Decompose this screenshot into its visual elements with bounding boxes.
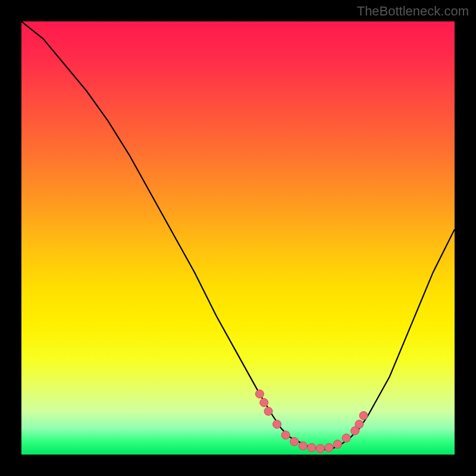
curve-marker — [316, 444, 324, 453]
curve-marker — [359, 412, 368, 420]
curve-marker — [264, 407, 273, 415]
curve-marker — [281, 431, 290, 439]
curve-marker — [308, 443, 316, 452]
chart-plot-area — [21, 21, 455, 455]
curve-marker — [260, 399, 268, 407]
curve-marker — [299, 441, 307, 450]
curve-marker — [273, 420, 281, 428]
curve-marker — [355, 420, 364, 428]
curve-marker — [342, 434, 350, 442]
curve-marker — [290, 437, 299, 446]
bottleneck-curve — [21, 21, 455, 449]
curve-marker — [325, 443, 333, 452]
curve-marker — [333, 440, 342, 449]
curve-marker — [255, 390, 264, 398]
watermark-text: TheBottleneck.com — [357, 4, 469, 19]
chart-svg — [21, 21, 455, 455]
curve-markers — [255, 390, 368, 453]
